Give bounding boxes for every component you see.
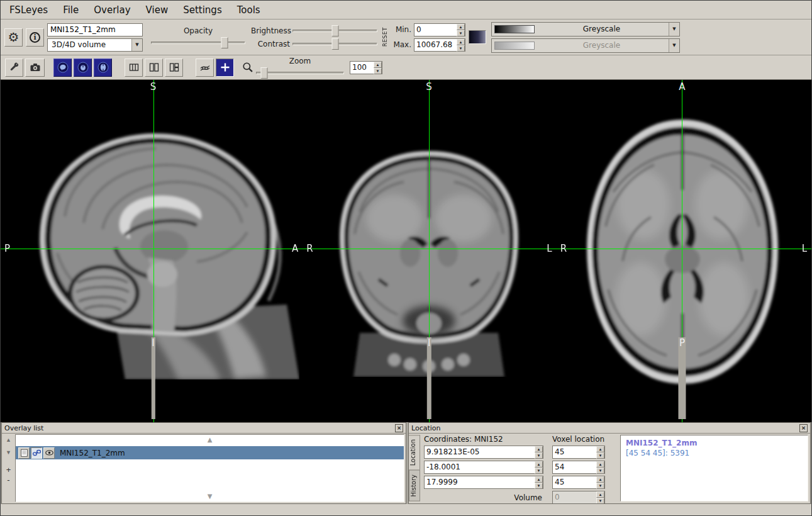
- crosshair-cursor-button[interactable]: [216, 59, 234, 77]
- spin-up-button[interactable]: ▲: [535, 446, 543, 452]
- colour-bar-button[interactable]: [469, 30, 486, 44]
- move-overlay-down-button[interactable]: ▼: [4, 447, 14, 457]
- spin-down-button[interactable]: ▼: [535, 468, 543, 474]
- brightness-contrast-group: Brightness Contrast: [251, 25, 377, 50]
- world-y-spinbox[interactable]: -18.0001 ▲▼: [424, 461, 543, 474]
- spin-down-button[interactable]: ▼: [535, 483, 543, 489]
- spin-down-button[interactable]: ▼: [457, 45, 465, 52]
- camera-icon: [30, 62, 41, 73]
- menu-tools[interactable]: Tools: [230, 3, 268, 18]
- menu-settings[interactable]: Settings: [175, 3, 230, 18]
- spin-down-button[interactable]: ▼: [596, 468, 604, 474]
- world-z-spinbox[interactable]: 17.9999 ▲▼: [424, 476, 543, 489]
- orientation-label-superior: S: [150, 81, 157, 93]
- move-overlay-up-button[interactable]: ▲: [4, 435, 14, 445]
- orientation-label-right: R: [306, 243, 313, 254]
- close-icon: ×: [397, 425, 402, 431]
- coronal-view[interactable]: S I R L: [303, 80, 556, 422]
- toggle-coronal-button[interactable]: [74, 59, 92, 77]
- menu-overlay[interactable]: Overlay: [86, 3, 138, 18]
- location-body: Location History Coordinates: MNI152 Vox…: [409, 434, 810, 503]
- spin-down-button[interactable]: ▼: [374, 68, 382, 74]
- brightness-slider[interactable]: [292, 25, 377, 36]
- spin-up-button[interactable]: ▲: [596, 476, 604, 483]
- overlay-display-settings-button[interactable]: ⚙: [4, 28, 23, 47]
- slider-thumb[interactable]: [331, 38, 338, 50]
- vertical-panes-icon: [148, 62, 160, 73]
- zoom-spinbox[interactable]: 100 ▲▼: [350, 61, 382, 74]
- orientation-label-inferior: I: [151, 337, 155, 419]
- scroll-down-icon[interactable]: ▼: [208, 493, 213, 500]
- spin-up-button[interactable]: ▲: [457, 39, 465, 45]
- mixed-panes-icon: [169, 62, 180, 73]
- opacity-slider[interactable]: [151, 37, 245, 48]
- spin-down-button[interactable]: ▼: [596, 452, 604, 459]
- voxel-z-spinbox[interactable]: 45 ▲▼: [552, 476, 605, 489]
- zoom-slider[interactable]: [256, 67, 344, 79]
- opacity-group: Opacity: [151, 26, 245, 48]
- voxel-y-spinbox[interactable]: 54 ▲▼: [552, 461, 605, 474]
- toggle-sagittal-button[interactable]: [53, 59, 72, 77]
- world-z-value: 17.9999: [425, 476, 535, 488]
- overlay-link-button[interactable]: [31, 447, 42, 459]
- voxel-y-value: 54: [553, 461, 596, 473]
- spin-down-button[interactable]: ▼: [535, 452, 543, 459]
- axial-view[interactable]: A P R L: [557, 80, 811, 422]
- eye-icon: [45, 448, 54, 457]
- slider-thumb[interactable]: [331, 25, 338, 36]
- colormap-select[interactable]: Greyscale ▼: [491, 22, 680, 36]
- spin-up-button[interactable]: ▲: [374, 62, 382, 68]
- overlay-type-select[interactable]: 3D/4D volume ▼: [47, 38, 143, 52]
- orientation-label-anterior: A: [292, 243, 298, 254]
- overlay-name-input[interactable]: [47, 23, 143, 36]
- layout-vertical-button[interactable]: [145, 59, 163, 77]
- overlay-info-button[interactable]: i: [26, 28, 44, 47]
- magnifier-icon: [242, 61, 254, 74]
- tab-history[interactable]: History: [409, 470, 420, 502]
- add-overlay-button[interactable]: +: [4, 465, 14, 475]
- spin-up-button[interactable]: ▲: [596, 461, 604, 468]
- opacity-label: Opacity: [151, 26, 245, 35]
- layout-columns-button[interactable]: [125, 59, 143, 77]
- contrast-slider[interactable]: [292, 38, 377, 50]
- slider-thumb[interactable]: [260, 67, 267, 79]
- scroll-up-icon[interactable]: ▲: [208, 436, 213, 444]
- slider-thumb[interactable]: [221, 37, 228, 48]
- overlay-save-button[interactable]: [18, 447, 30, 459]
- menu-fsleyes[interactable]: FSLeyes: [2, 3, 55, 18]
- spin-up-button[interactable]: ▲: [596, 446, 604, 452]
- menu-file[interactable]: File: [55, 3, 86, 18]
- screenshot-button[interactable]: [25, 59, 45, 77]
- spin-up-button[interactable]: ▲: [535, 476, 543, 483]
- world-x-spinbox[interactable]: 9.918213E-05 ▲▼: [424, 446, 543, 459]
- view-settings-button[interactable]: [5, 59, 23, 77]
- sagittal-view[interactable]: S I P A: [1, 80, 303, 422]
- close-overlay-list-button[interactable]: ×: [395, 424, 403, 432]
- tab-location[interactable]: Location: [409, 435, 420, 470]
- close-location-button[interactable]: ×: [799, 424, 808, 432]
- orientation-label-superior: S: [426, 81, 432, 93]
- movie-mode-button[interactable]: [196, 59, 214, 77]
- max-spinbox[interactable]: 10067.68 ▲▼: [414, 38, 465, 52]
- overlay-list-item[interactable]: MNI152_T1_2mm: [16, 446, 404, 459]
- spin-up-button[interactable]: ▲: [535, 461, 543, 468]
- spin-down-button[interactable]: ▼: [596, 483, 604, 489]
- slider-track: [256, 72, 344, 74]
- overlay-display-toolbar: ⚙ i 3D/4D volume ▼ Opacity Brightness: [1, 20, 811, 55]
- ortho-toolbar: Zoom 100 ▲▼: [1, 55, 811, 80]
- coronal-brain-icon: [77, 62, 89, 73]
- min-spinbox[interactable]: 0 ▲▼: [414, 23, 465, 36]
- remove-overlay-button[interactable]: -: [4, 475, 14, 485]
- voxel-x-spinbox[interactable]: 45 ▲▼: [552, 446, 605, 459]
- orientation-label-posterior: P: [4, 243, 10, 254]
- overlay-visibility-button[interactable]: [43, 447, 55, 459]
- toggle-axial-button[interactable]: [94, 59, 112, 77]
- orientation-label-right: R: [560, 243, 567, 254]
- world-y-value: -18.0001: [425, 461, 535, 473]
- menu-view[interactable]: View: [138, 3, 176, 18]
- spin-down-button[interactable]: ▼: [457, 30, 465, 36]
- layout-grid-button[interactable]: [165, 59, 183, 77]
- reset-button[interactable]: RESET: [382, 27, 388, 47]
- spin-up-button[interactable]: ▲: [457, 24, 465, 30]
- status-overlay-name: MNI152_T1_2mm: [626, 439, 803, 447]
